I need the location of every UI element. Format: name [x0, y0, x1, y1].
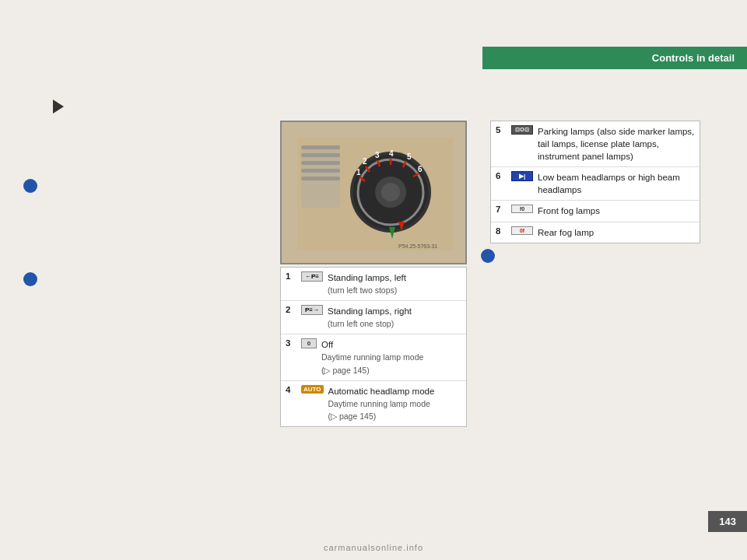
row-number: 8	[496, 226, 507, 236]
section-title: Controls in detail	[652, 52, 735, 64]
row-number: 6	[496, 171, 507, 180]
svg-point-11	[381, 183, 400, 201]
bullet-circle-icon-2	[23, 272, 37, 286]
svg-rect-4	[301, 161, 340, 165]
row-number: 1	[286, 271, 296, 281]
dial-background: 1 2 3 4 5 6 P54.25-5763-31	[297, 138, 453, 250]
row-description: Standing lamps, left (turn left two stop…	[328, 271, 461, 296]
table-row: 2 P≡→ Standing lamps, right (turn left o…	[281, 301, 466, 334]
row-icon-1: ←P≡	[301, 271, 323, 282]
section-header: Controls in detail	[482, 47, 747, 69]
row-icon-2: P≡→	[301, 305, 323, 315]
row-icon-4: AUTO	[301, 385, 324, 394]
bullet-point-3	[481, 249, 495, 265]
row-number: 7	[496, 205, 507, 214]
row-number: 2	[286, 305, 296, 314]
svg-text:4: 4	[389, 149, 394, 158]
svg-rect-3	[301, 153, 340, 157]
table-row: 3 0 Off Daytime running lamp mode(▷ page…	[281, 334, 466, 380]
table-row: 8 0f Rear fog lamp	[491, 222, 700, 243]
row-icon-6: ▶|	[511, 171, 533, 181]
svg-text:6: 6	[418, 165, 423, 173]
row-number: 3	[286, 338, 296, 348]
bullet-point-2	[23, 272, 37, 289]
svg-text:5: 5	[407, 152, 412, 161]
diagram-container: 1 2 3 4 5 6 P54.25-5763-31	[280, 121, 467, 264]
table-row: 7 f0 Front fog lamps	[491, 201, 700, 222]
row-icon-8: 0f	[511, 226, 533, 235]
svg-rect-2	[301, 145, 340, 149]
row-description: Off Daytime running lamp mode(▷ page 145…	[321, 338, 461, 376]
left-item-table: 1 ←P≡ Standing lamps, left (turn left tw…	[280, 267, 467, 427]
row-number: 5	[496, 125, 507, 135]
row-description: Parking lamps (also side marker lamps, t…	[538, 125, 695, 163]
row-description: Low beam headlamps or high beam headlamp…	[538, 171, 695, 196]
svg-text:3: 3	[375, 151, 380, 159]
row-description: Automatic headlamp mode Daytime running …	[328, 385, 461, 422]
row-number: 4	[286, 385, 296, 394]
headlamp-switch-diagram: 1 2 3 4 5 6 P54.25-5763-31	[280, 121, 467, 264]
dashboard-svg: 1 2 3 4 5 6 P54.25-5763-31	[297, 138, 453, 250]
row-description: Standing lamps, right (turn left one sto…	[328, 305, 461, 330]
right-item-table: 5 ⊡O⊡ Parking lamps (also side marker la…	[490, 121, 700, 243]
bullet-circle-icon-3	[481, 249, 495, 263]
table-row: 4 AUTO Automatic headlamp mode Daytime r…	[281, 381, 466, 426]
table-row: 5 ⊡O⊡ Parking lamps (also side marker la…	[491, 121, 700, 167]
bullet-circle-icon	[23, 179, 37, 193]
row-description: Front fog lamps	[538, 205, 695, 217]
row-icon-3: 0	[301, 338, 317, 348]
svg-rect-6	[301, 177, 340, 180]
watermark: carmanualsonline.info	[0, 543, 747, 552]
svg-text:2: 2	[363, 157, 367, 166]
row-icon-5: ⊡O⊡	[511, 125, 533, 135]
svg-rect-5	[301, 169, 340, 173]
table-row: 6 ▶| Low beam headlamps or high beam hea…	[491, 167, 700, 201]
svg-text:P54.25-5763-31: P54.25-5763-31	[398, 243, 437, 249]
svg-text:1: 1	[356, 168, 361, 177]
page-number-badge: 143	[708, 511, 747, 532]
triangle-pointer-icon	[53, 100, 64, 114]
page-number-text: 143	[719, 516, 736, 527]
watermark-text: carmanualsonline.info	[324, 543, 423, 552]
row-icon-7: f0	[511, 205, 533, 213]
bullet-point-1	[23, 179, 37, 195]
row-description: Rear fog lamp	[538, 226, 695, 239]
table-row: 1 ←P≡ Standing lamps, left (turn left tw…	[281, 268, 466, 301]
